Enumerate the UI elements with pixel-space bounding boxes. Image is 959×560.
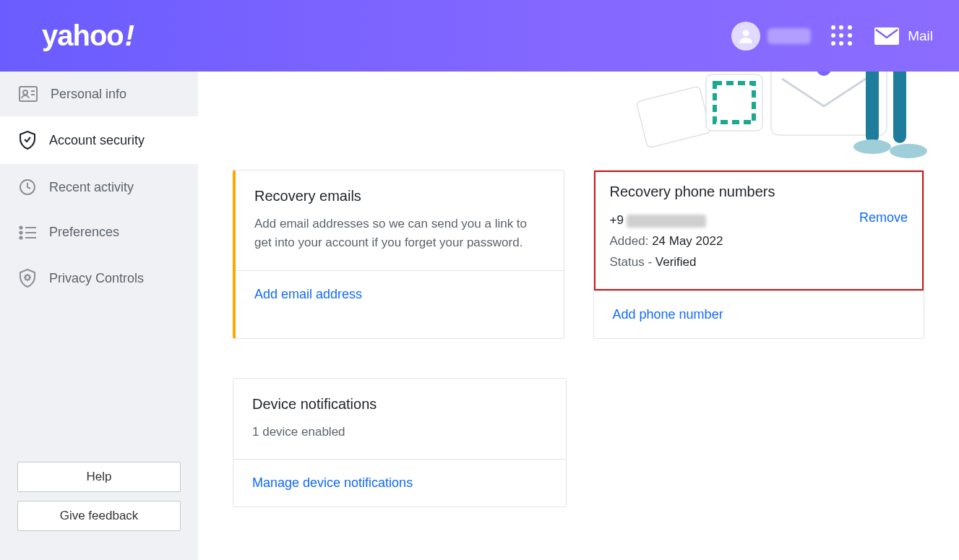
- main-content: Recovery emails Add email addresses so w…: [198, 72, 959, 560]
- svg-point-3: [23, 90, 27, 95]
- yahoo-logo[interactable]: yahoo!: [42, 20, 134, 52]
- card-title: Recovery phone numbers: [610, 184, 908, 200]
- banner-illustration: [627, 72, 930, 158]
- user-account-chip[interactable]: [731, 22, 811, 51]
- sidebar-item-label: Recent activity: [49, 180, 134, 195]
- phone-status-row: Status - Verified: [610, 252, 723, 273]
- mail-link[interactable]: Mail: [874, 27, 933, 45]
- card-title: Recovery emails: [254, 188, 545, 204]
- manage-device-notifications-link[interactable]: Manage device notifications: [252, 475, 413, 490]
- id-card-icon: [19, 86, 38, 102]
- recovery-phones-card: Recovery phone numbers +9 Added: 24 May …: [593, 170, 924, 339]
- phone-number-prefix: +9: [610, 213, 624, 227]
- svg-rect-1: [874, 27, 899, 45]
- mail-label: Mail: [908, 28, 933, 44]
- phone-number-redacted: [627, 215, 706, 228]
- sidebar-item-label: Privacy Controls: [49, 271, 144, 286]
- help-button[interactable]: Help: [17, 462, 181, 492]
- svg-point-13: [25, 275, 30, 280]
- sidebar-item-account-security[interactable]: Account security: [0, 116, 198, 164]
- svg-point-7: [20, 226, 22, 228]
- sidebar-item-label: Preferences: [49, 225, 119, 240]
- sidebar-item-label: Personal info: [51, 87, 126, 102]
- card-title: Device notifications: [252, 396, 547, 413]
- sidebar-item-personal-info[interactable]: Personal info: [0, 72, 198, 116]
- svg-point-20: [890, 144, 927, 158]
- clock-icon: [19, 178, 36, 196]
- status-value: Verified: [655, 255, 697, 269]
- svg-point-0: [743, 30, 749, 36]
- add-phone-number-link[interactable]: Add phone number: [613, 307, 723, 322]
- list-bullet-icon: [19, 225, 36, 240]
- sidebar-item-recent-activity[interactable]: Recent activity: [0, 164, 198, 210]
- svg-point-19: [853, 139, 891, 154]
- user-name-redacted: [767, 28, 811, 44]
- recovery-phone-highlighted-region: Recovery phone numbers +9 Added: 24 May …: [594, 171, 924, 290]
- sidebar-item-label: Account security: [49, 133, 145, 148]
- svg-point-9: [20, 236, 22, 238]
- svg-rect-14: [636, 86, 710, 148]
- give-feedback-button[interactable]: Give feedback: [17, 501, 181, 531]
- shield-gear-icon: [19, 269, 36, 288]
- added-label: Added:: [610, 234, 653, 248]
- logo-bang: !: [125, 20, 134, 52]
- header-bar: yahoo! Mail: [0, 0, 959, 72]
- sidebar: Personal info Account security Recent ac…: [0, 72, 198, 560]
- device-notifications-card: Device notifications 1 device enabled Ma…: [233, 378, 567, 507]
- phone-added-row: Added: 24 May 2022: [610, 231, 723, 252]
- recovery-emails-card: Recovery emails Add email addresses so w…: [233, 170, 564, 339]
- svg-point-8: [20, 231, 22, 233]
- logo-text: yahoo: [42, 20, 124, 52]
- card-description: Add email addresses so we can send you a…: [254, 215, 545, 253]
- avatar-icon: [731, 22, 760, 51]
- remove-phone-link[interactable]: Remove: [859, 210, 908, 225]
- device-count-label: 1 device enabled: [252, 423, 547, 441]
- sidebar-item-preferences[interactable]: Preferences: [0, 210, 198, 254]
- sidebar-item-privacy-controls[interactable]: Privacy Controls: [0, 254, 198, 302]
- status-label: Status -: [610, 255, 655, 269]
- phone-number-row: +9: [610, 210, 723, 231]
- added-value: 24 May 2022: [652, 234, 723, 248]
- add-email-address-link[interactable]: Add email address: [254, 287, 362, 301]
- mail-icon: [874, 27, 899, 45]
- shield-check-icon: [19, 131, 36, 150]
- apps-grid-icon[interactable]: [831, 25, 853, 47]
